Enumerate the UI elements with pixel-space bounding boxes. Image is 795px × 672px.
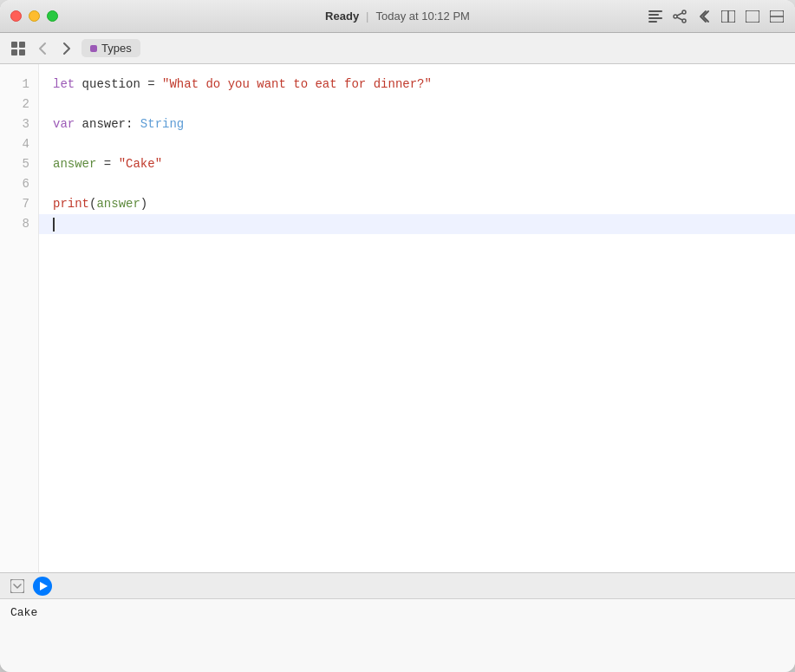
keyword-print: print: [53, 194, 89, 213]
svg-rect-0: [648, 10, 662, 12]
code-editor[interactable]: let question = "What do you want to eat …: [39, 64, 795, 572]
keyword-let: let: [53, 75, 82, 94]
svg-line-8: [677, 17, 682, 20]
line-num-2: 2: [23, 95, 29, 114]
line-num-3: 3: [23, 114, 29, 134]
code-line-4: [53, 134, 781, 154]
close-button[interactable]: [10, 10, 22, 22]
line-numbers: 1 2 3 4 5 6 7 8: [0, 64, 39, 572]
title-divider: |: [366, 10, 368, 23]
layout3-icon[interactable]: [769, 9, 785, 24]
code-line-3: var answer: String: [53, 114, 781, 134]
run-icon: [40, 582, 48, 590]
code-line-7: print ( answer ): [53, 194, 781, 214]
editor[interactable]: 1 2 3 4 5 6 7 8 let question = "What do …: [0, 64, 795, 572]
line-num-4: 4: [23, 134, 29, 154]
type-name: String: [140, 114, 184, 134]
paren-close: ): [140, 194, 147, 213]
text-cursor: [53, 218, 55, 232]
svg-rect-3: [648, 21, 657, 23]
svg-point-4: [682, 10, 686, 14]
toolbar: Types: [0, 33, 795, 64]
title-bar: Ready | Today at 10:12 PM: [0, 0, 795, 33]
paren-open: (: [89, 194, 96, 213]
grid-view-button[interactable]: [9, 39, 28, 58]
editor-container: 1 2 3 4 5 6 7 8 let question = "What do …: [0, 64, 795, 572]
identifier-answer: answer: [53, 154, 96, 173]
panel-toggle-button[interactable]: [9, 577, 26, 595]
svg-point-6: [682, 19, 686, 23]
code-plain: question =: [82, 75, 162, 94]
svg-rect-14: [11, 42, 17, 48]
status-label: Ready: [325, 10, 359, 23]
maximize-button[interactable]: [47, 10, 58, 22]
svg-rect-1: [648, 14, 659, 16]
types-tab[interactable]: Types: [81, 39, 140, 57]
svg-rect-17: [19, 49, 25, 55]
code-line-1: let question = "What do you want to eat …: [53, 75, 781, 95]
layout1-icon[interactable]: [720, 9, 736, 24]
tab-label: Types: [101, 42, 132, 55]
code-plain: answer:: [82, 114, 140, 134]
line-num-6: 6: [23, 174, 29, 194]
app-window: Ready | Today at 10:12 PM: [0, 0, 795, 672]
code-line-8: [39, 214, 795, 234]
minimize-button[interactable]: [29, 10, 40, 22]
forward-button[interactable]: [57, 39, 76, 58]
line-num-5: 5: [23, 154, 29, 174]
code-plain: =: [96, 154, 118, 173]
back-nav-icon[interactable]: [696, 9, 712, 24]
string-cake: "Cake": [119, 154, 162, 173]
svg-rect-16: [11, 49, 17, 55]
code-line-6: [53, 174, 781, 194]
code-line-2: [53, 95, 781, 114]
title-center: Ready | Today at 10:12 PM: [325, 10, 470, 23]
svg-line-7: [677, 13, 682, 16]
panel-toolbar: [0, 573, 795, 599]
keyword-var: var: [53, 114, 82, 134]
tab-icon: [90, 45, 97, 52]
output-panel: Cake: [0, 572, 795, 672]
align-icon[interactable]: [648, 9, 663, 24]
identifier-answer2: answer: [96, 194, 140, 213]
code-line-5: answer = "Cake": [53, 154, 781, 174]
share-icon[interactable]: [672, 9, 687, 24]
svg-rect-2: [648, 17, 662, 19]
line-num-1: 1: [23, 75, 29, 95]
run-button[interactable]: [33, 577, 52, 596]
line-num-7: 7: [23, 194, 29, 214]
svg-rect-11: [746, 10, 759, 23]
svg-rect-15: [19, 42, 25, 48]
svg-rect-18: [10, 579, 24, 593]
svg-point-5: [674, 15, 677, 18]
back-button[interactable]: [33, 39, 52, 58]
title-right-buttons: [648, 9, 785, 24]
output-text: Cake: [0, 599, 795, 672]
layout2-icon[interactable]: [745, 9, 760, 24]
string-literal: "What do you want to eat for dinner?": [162, 75, 432, 94]
traffic-lights: [10, 10, 58, 22]
line-num-8: 8: [23, 214, 29, 234]
title-time: Today at 10:12 PM: [376, 10, 470, 23]
